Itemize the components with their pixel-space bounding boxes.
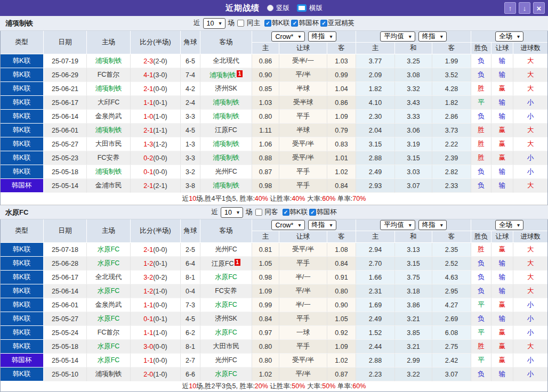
odds-away: 1.09 [327,110,356,124]
summary-row: 近10场,胜4平1负5, 胜率:40% 让胜率:40% 大率:60% 单率:70… [0,193,548,205]
summary-text: 50% [292,382,305,390]
odds-time-select[interactable]: 终指▾ [308,31,336,42]
col-date: 日期 [44,219,87,243]
avg-away: 1.99 [432,54,471,68]
col-away: 客场 [200,219,252,243]
league-checkbox[interactable]: ✓ [291,20,298,27]
avg-away: 6.08 [432,326,471,340]
handicap-outcome: 赢 [491,354,513,368]
match-type-badge: 韩国杯 [0,179,44,193]
avg-draw: 3.15 [395,151,432,165]
select-value: 全场 [499,220,512,230]
layout-horizontal-option[interactable]: 横版 [297,4,323,13]
avg-away: 2.35 [432,243,471,257]
score-fulltime: 0-1 [143,315,153,323]
team-name-text: 金泉尚武 [95,112,122,120]
match-date: 25-07-19 [44,54,87,68]
avg-away: 2.69 [432,312,471,326]
home-team: 浦项制铁 [87,368,131,381]
odds-source-select[interactable]: Crow*▾ [271,31,304,42]
radio-icon[interactable] [267,5,273,11]
avg-home: 2.31 [356,284,395,298]
goals-outcome: 小 [513,312,548,326]
match-date: 25-05-14 [44,179,87,193]
away-team: 济州SK [200,82,252,96]
goals-outcome: 大 [513,179,548,193]
league-checkbox[interactable]: ✓ [264,20,271,27]
average-select[interactable]: 平均值▾ [380,220,415,230]
corner-score: 3-2 [181,165,200,179]
score-fulltime: 1-1 [143,301,153,309]
result-outcome: 负 [471,312,491,326]
match-score: 1-1(0-0) [131,298,181,312]
window-buttons: ↑ ↓ × [504,2,545,14]
match-row: 韩K联25-06-17全北现代3-2(0-2)8-1水原FC0.98半/一0.9… [0,271,548,284]
corner-score: 6-5 [181,54,200,68]
unit-label: 场 [228,19,235,28]
odds-time-select[interactable]: 终指▾ [308,220,336,230]
near-label: 近 [194,19,200,28]
league-checkbox[interactable]: ✓ [320,20,327,27]
match-score: 2-0(1-0) [131,368,181,381]
avg-draw: 3.08 [395,68,432,82]
score-halftime: (0-0) [153,343,167,350]
match-type-badge: 韩K联 [0,165,44,179]
away-team: 济州SK [200,312,252,326]
league-checkbox[interactable]: ✓ [309,209,316,216]
results-table: 类型 日期 主场 比分(半场) 角球 客场 Crow*▾ 终指▾ 平均值 [0,31,548,205]
col-type: 类型 [0,219,44,243]
score-fulltime: 2-0 [143,371,153,378]
same-venue-checkbox[interactable] [255,209,262,216]
radio-selected-icon[interactable] [297,4,307,12]
corner-score: 2-7 [181,354,200,368]
odds-group-header: Crow*▾ 终指▾ [252,219,356,231]
match-count-select[interactable]: 10 ▾ [221,207,243,218]
team-name-text: 江原FC [215,126,237,134]
match-date: 25-06-01 [44,298,87,312]
away-team: 江原FC [200,124,252,137]
scope-select[interactable]: 全场▾ [495,31,523,42]
league-checkbox[interactable]: ✓ [283,209,289,216]
avg-home: 3.77 [356,54,395,68]
result-outcome: 负 [471,257,491,271]
away-team: FC安养 [200,284,252,298]
match-score: 1-1(1-0) [131,326,181,340]
corner-score: 8-1 [181,340,200,354]
scope-group-header: 全场▾ [471,219,548,231]
team-name-text: 浦项制铁 [95,126,122,134]
odds-away: 1.02 [327,354,356,368]
match-row: 韩国杯25-05-14水原FC1-1(0-0)2-7光州FC0.80受平/半1.… [0,354,548,368]
team-name-text: 水原FC [215,370,237,378]
score-halftime: (0-0) [153,85,167,93]
average-time-select[interactable]: 终指▾ [418,220,447,230]
match-row: 韩K联25-06-14金泉尚武1-0(1-0)3-3浦项制铁0.80平手1.09… [0,110,548,124]
avg-home: 2.70 [356,257,395,271]
score-fulltime: 1-2 [143,260,153,267]
layout-vertical-option[interactable]: 竖版 [267,4,289,13]
corner-score: 6-6 [181,368,200,381]
odds-handicap: 一球 [279,326,327,340]
odds-home: 1.09 [252,284,279,298]
away-team: 光州FC [200,354,252,368]
score-fulltime: 2-1 [143,182,153,190]
odds-source-select[interactable]: Crow*▾ [271,220,304,230]
odds-away: 0.83 [327,137,356,151]
goals-outcome: 大 [513,82,548,96]
corner-score: 1-3 [181,137,200,151]
avg-draw: 3.85 [395,326,432,340]
move-up-button[interactable]: ↑ [504,2,516,14]
summary-text: 近 [182,382,189,390]
average-time-select[interactable]: 终指▾ [418,31,447,42]
team-name-text: 济州SK [215,85,237,92]
average-select[interactable]: 平均值▾ [380,31,415,42]
close-button[interactable]: × [533,2,545,14]
league-checkbox-label: 韩K联 [272,19,289,28]
same-venue-checkbox[interactable] [237,20,244,27]
odds-home: 0.88 [252,151,279,165]
col-avg-draw: 和 [395,231,432,243]
move-down-button[interactable]: ↓ [519,2,530,14]
goals-outcome: 小 [513,326,548,340]
match-count-select[interactable]: 10 ▾ [203,18,225,29]
scope-select[interactable]: 全场▾ [495,220,523,230]
summary-text: 10 [189,195,196,202]
